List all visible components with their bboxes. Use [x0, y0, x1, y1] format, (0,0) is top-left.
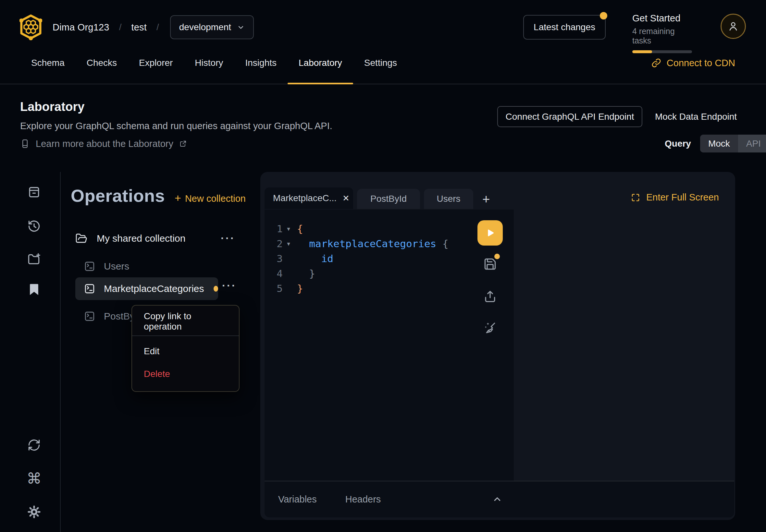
laboratory-editor-panel: Enter Full Screen MarketplaceC... ✕ Post… — [260, 172, 735, 520]
tab-explorer[interactable]: Explorer — [128, 42, 184, 84]
operations-title: Operations — [71, 186, 165, 206]
fullscreen-icon — [631, 193, 640, 202]
menu-divider — [132, 335, 239, 336]
editor-tab-label: PostById — [370, 194, 407, 204]
operation-item-users[interactable]: Users — [75, 256, 218, 276]
unsaved-changes-dot — [494, 254, 500, 259]
collection-name: My shared collection — [97, 233, 185, 244]
rail-divider — [60, 172, 61, 532]
operation-name: Users — [104, 261, 129, 272]
tab-insights[interactable]: Insights — [234, 42, 287, 84]
collapse-footer-button[interactable] — [492, 494, 503, 505]
editor-tab-label: MarketplaceC... — [273, 193, 336, 203]
connect-to-cdn-label: Connect to CDN — [667, 58, 735, 68]
command-menu-icon[interactable]: ⌘ — [27, 471, 42, 486]
sync-icon[interactable] — [27, 438, 42, 453]
share-operation-button[interactable] — [478, 289, 503, 304]
connect-graphql-endpoint-button[interactable]: Connect GraphQL API Endpoint — [497, 106, 642, 127]
graphql-hive-laboratory-page: Dima Org123 / test / development Latest … — [0, 0, 766, 532]
breadcrumb-separator: / — [119, 22, 122, 32]
target-selector-value: development — [179, 22, 231, 32]
plus-icon: + — [175, 192, 181, 204]
close-tab-icon[interactable]: ✕ — [342, 193, 349, 203]
link-icon — [651, 58, 662, 68]
enter-fullscreen-button[interactable]: Enter Full Screen — [631, 192, 719, 203]
tab-schema[interactable]: Schema — [20, 42, 76, 84]
get-started-title: Get Started — [632, 13, 694, 24]
enter-fullscreen-label: Enter Full Screen — [646, 192, 719, 203]
latest-changes-label: Latest changes — [534, 22, 595, 32]
add-tab-button[interactable]: + — [482, 193, 490, 206]
editor-tab-users[interactable]: Users — [424, 189, 473, 209]
connect-to-cdn-link[interactable]: Connect to CDN — [651, 42, 735, 84]
operation-menu-button[interactable]: ··· — [222, 280, 237, 292]
editor-footer: Variables Headers — [264, 481, 734, 517]
play-icon — [484, 226, 497, 239]
new-collection-button[interactable]: + New collection — [175, 192, 246, 204]
target-selector[interactable]: development — [170, 15, 254, 39]
folder-open-icon — [75, 232, 88, 245]
editor-tab-marketplacecategories[interactable]: MarketplaceC... ✕ — [264, 187, 353, 209]
variables-tab[interactable]: Variables — [278, 494, 317, 505]
unsaved-changes-dot — [213, 286, 218, 292]
query-mode-toggle: Mock API — [700, 135, 766, 152]
headers-tab[interactable]: Headers — [345, 494, 381, 505]
prettify-icon[interactable] — [478, 320, 503, 335]
broom-sparkles-icon — [483, 320, 497, 335]
breadcrumb-org[interactable]: Dima Org123 — [53, 22, 109, 33]
toggle-option-mock[interactable]: Mock — [700, 135, 738, 152]
editor-tab-label: Users — [437, 194, 460, 204]
query-editor[interactable]: 1 ▾ { 2 ▾ marketplaceCategories { 3 id 4 — [264, 210, 514, 481]
code-line: 4 } — [264, 266, 514, 281]
tab-checks[interactable]: Checks — [76, 42, 128, 84]
editor-tab-postbyid[interactable]: PostById — [357, 189, 420, 209]
menu-item-copy-link[interactable]: Copy link to operation — [132, 312, 239, 331]
tab-history[interactable]: History — [184, 42, 234, 84]
external-link-icon — [179, 140, 187, 148]
user-avatar[interactable] — [721, 14, 746, 39]
editor-tabs: MarketplaceC... ✕ PostById Users + — [264, 187, 490, 209]
book-icon — [20, 138, 30, 150]
history-icon[interactable] — [27, 219, 42, 234]
code-area: 1 ▾ { 2 ▾ marketplaceCategories { 3 id 4 — [264, 210, 514, 296]
hive-logo-icon[interactable] — [19, 14, 42, 40]
mock-data-endpoint-button[interactable]: Mock Data Endpoint — [655, 107, 737, 127]
tab-laboratory[interactable]: Laboratory — [287, 42, 353, 84]
operation-item-marketplacecategories[interactable]: MarketplaceCategories — [75, 277, 218, 300]
operation-icon — [84, 310, 95, 322]
operation-name: MarketplaceCategories — [104, 283, 204, 294]
folder-plus-icon[interactable] — [27, 252, 42, 267]
editor-actions — [478, 220, 503, 335]
primary-nav: Schema Checks Explorer History Insights … — [0, 42, 766, 84]
run-query-button[interactable] — [478, 220, 503, 246]
context-menu: Copy link to operation Edit Delete — [131, 305, 239, 392]
operation-icon — [84, 283, 95, 295]
person-icon — [727, 20, 739, 32]
operations-header: Operations + New collection — [71, 186, 246, 206]
query-mode-row: Query Mock API — [665, 135, 766, 152]
menu-item-delete[interactable]: Delete — [132, 365, 239, 383]
share-icon — [483, 289, 497, 304]
code-line: 1 ▾ { — [264, 221, 514, 236]
tab-settings[interactable]: Settings — [353, 42, 408, 84]
collection-menu-button[interactable]: ··· — [221, 232, 235, 245]
page-title: Laboratory — [20, 100, 84, 114]
page-subtitle: Explore your GraphQL schema and run quer… — [20, 121, 332, 131]
fold-arrow-icon[interactable]: ▾ — [283, 240, 294, 247]
collection-my-shared-collection[interactable]: My shared collection — [75, 230, 225, 247]
new-collection-label: New collection — [185, 193, 246, 204]
code-line: 5 } — [264, 281, 514, 296]
breadcrumb-project[interactable]: test — [131, 22, 147, 33]
latest-changes-button[interactable]: Latest changes — [523, 15, 606, 40]
menu-item-edit[interactable]: Edit — [132, 342, 239, 361]
toggle-option-api[interactable]: API — [738, 135, 766, 152]
bookmark-icon[interactable] — [27, 282, 42, 297]
fold-arrow-icon[interactable]: ▾ — [283, 225, 294, 232]
settings-gear-icon[interactable] — [27, 504, 42, 519]
notification-dot — [600, 12, 607, 19]
learn-more-label: Learn more about the Laboratory — [36, 139, 173, 149]
code-line: 3 id — [264, 251, 514, 266]
archive-box-icon[interactable] — [27, 185, 42, 199]
learn-more-link[interactable]: Learn more about the Laboratory — [20, 138, 187, 150]
save-operation-button[interactable] — [478, 257, 503, 272]
